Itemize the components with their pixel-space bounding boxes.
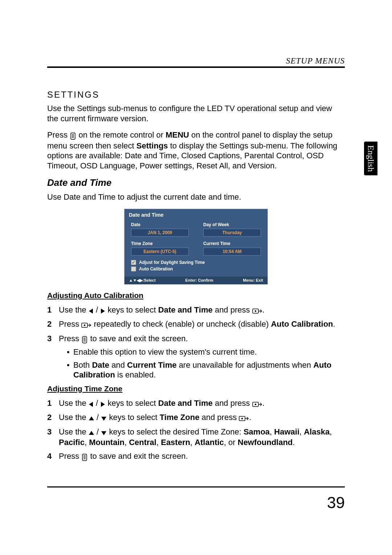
period: . — [262, 305, 265, 314]
osd-ct-field[interactable]: 10:54 AM — [203, 248, 261, 256]
osd-footer-enter: Enter: Confirm — [185, 278, 213, 283]
osd-tz-field[interactable]: Eastern (UTC-5) — [131, 248, 189, 256]
osd-footer-select: ▲▼◀▶:Select — [129, 278, 156, 283]
text: keys to select the desired Time Zone: — [107, 427, 244, 436]
osd-dst-label: Adjust for Daylight Saving Time — [139, 260, 205, 265]
osd-dow-field[interactable]: Thursday — [203, 229, 261, 237]
list-item: Use the / keys to select Time Zone and p… — [47, 412, 345, 423]
svg-marker-6 — [101, 309, 105, 314]
triangle-up-icon — [89, 413, 94, 423]
slash: / — [94, 399, 100, 408]
triangle-up-icon — [89, 428, 94, 438]
osd-dst-row[interactable]: ✓ Adjust for Daylight Saving Time — [131, 260, 261, 265]
svg-point-23 — [241, 418, 243, 419]
text-bold: Date and Time — [158, 305, 213, 314]
zone: Hawaii — [274, 427, 299, 436]
enter-icon — [252, 399, 262, 409]
osd-date-field[interactable]: JAN 1, 2009 — [131, 229, 189, 237]
text: to save and exit the screen. — [88, 334, 188, 343]
svg-rect-0 — [71, 133, 75, 139]
text: and — [109, 360, 127, 370]
list-item: Use the / keys to select Date and Time a… — [47, 398, 345, 409]
comma: , — [330, 427, 332, 436]
triangle-right-icon — [100, 306, 105, 316]
text: Use the — [59, 413, 89, 422]
list-item: Use the / keys to select the desired Tim… — [47, 427, 345, 448]
text: , or — [224, 438, 238, 447]
list-item: Press to save and exit the screen. Enabl… — [47, 334, 345, 380]
language-tab: English — [364, 142, 377, 175]
osd-auto-label: Auto Calibration — [139, 266, 173, 272]
auto-cal-steps: Use the / keys to select Date and Time a… — [47, 305, 345, 380]
text: repeatedly to check (enable) or uncheck … — [91, 319, 271, 328]
text: Press — [59, 452, 81, 461]
text: keys to select — [107, 413, 160, 422]
text: Press — [59, 334, 81, 343]
svg-point-10 — [84, 325, 85, 326]
triangle-left-icon — [89, 399, 94, 409]
svg-rect-11 — [82, 336, 87, 343]
osd-auto-row[interactable]: Auto Calibration — [131, 266, 261, 272]
text: and press — [213, 305, 252, 314]
header-label: SETUP MENUS — [286, 56, 345, 65]
svg-marker-16 — [89, 402, 93, 407]
text-bold: Date and Time — [158, 399, 213, 408]
text: keys to select — [105, 399, 158, 408]
svg-marker-17 — [101, 402, 105, 407]
svg-rect-26 — [82, 454, 87, 461]
svg-marker-21 — [101, 417, 106, 421]
enter-icon — [81, 320, 91, 330]
running-header: SETUP MENUS — [47, 56, 345, 68]
list-item: Press repeatedly to check (enable) or un… — [47, 319, 345, 330]
zone: Pacific — [59, 438, 85, 447]
checkbox-checked-icon[interactable]: ✓ — [131, 260, 136, 265]
comma: , — [299, 427, 304, 436]
menu-word: MENU — [166, 130, 189, 139]
enter-icon — [252, 306, 262, 316]
triangle-down-icon — [101, 413, 107, 423]
date-time-heading: Date and Time — [47, 177, 345, 188]
footer-rule — [47, 486, 345, 487]
page-number: 39 — [327, 494, 345, 512]
comma: , — [124, 438, 129, 447]
osd-body: Date JAN 1, 2009 Day of Week Thursday Ti… — [124, 221, 268, 277]
text: Press — [47, 130, 70, 139]
text: and press — [213, 399, 252, 408]
zone: Newfoundland — [238, 438, 293, 447]
zone: Samoa — [244, 427, 270, 436]
text-bold: Auto Calibration — [271, 319, 333, 328]
osd-title: Date and Time — [124, 209, 268, 221]
tz-steps: Use the / keys to select Date and Time a… — [47, 398, 345, 462]
text-bold: Time Zone — [160, 413, 200, 422]
comma: , — [270, 427, 274, 436]
zone: Atlantic — [195, 438, 224, 447]
list-item: Enable this option to view the system's … — [67, 347, 345, 357]
list-item: Use the / keys to select Date and Time a… — [47, 305, 345, 316]
tz-heading: Adjusting Time Zone — [47, 384, 345, 393]
text: on the remote control or — [76, 130, 166, 139]
triangle-down-icon — [101, 428, 107, 438]
text: Press — [59, 319, 81, 328]
osd-footer: ▲▼◀▶:Select Enter: Confirm Menu: Exit — [124, 277, 268, 284]
list-item: Both Date and Current Time are unavailab… — [67, 360, 345, 380]
text-bold: Date — [92, 360, 109, 370]
period: . — [293, 438, 295, 447]
auto-cal-heading: Adjusting Auto Calibration — [47, 291, 345, 300]
osd-ct-label: Current Time — [203, 241, 261, 246]
page-content: SETUP MENUS SETTINGS Use the Settings su… — [47, 56, 345, 465]
text: Use the — [59, 427, 89, 436]
period: . — [262, 399, 265, 408]
comma: , — [190, 438, 195, 447]
period: . — [249, 413, 251, 422]
period: . — [333, 319, 335, 328]
comma: , — [156, 438, 161, 447]
text: is enabled. — [115, 370, 156, 379]
text: Use the — [59, 399, 89, 408]
settings-title: SETTINGS — [47, 90, 345, 100]
svg-marker-5 — [89, 309, 93, 314]
checkbox-unchecked-icon[interactable] — [131, 266, 136, 272]
slash: / — [94, 413, 101, 422]
menu-icon — [81, 334, 88, 344]
text: are unavailable for adjustments when — [177, 360, 314, 370]
date-time-intro: Use Date and Time to adjust the current … — [47, 192, 345, 202]
